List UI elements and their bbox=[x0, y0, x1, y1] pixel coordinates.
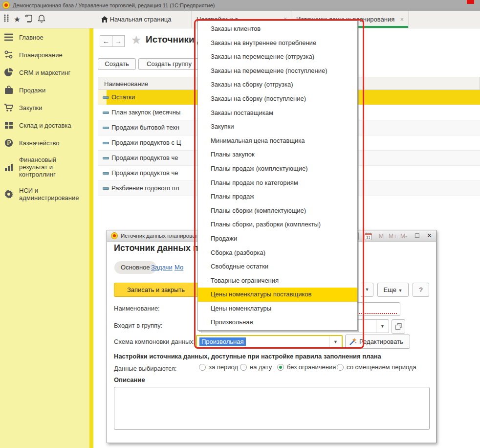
menu-icon bbox=[4, 33, 14, 42]
memory-button[interactable]: M bbox=[379, 232, 384, 240]
dropdown-item-highlighted[interactable]: Цены номенклатуры поставщиков bbox=[198, 288, 357, 302]
magic-wand-icon bbox=[349, 338, 357, 346]
name-label: Наименование: bbox=[114, 305, 160, 312]
dropdown-item[interactable]: Заказы на перемещение (поступление) bbox=[198, 64, 357, 78]
favorite-star-icon[interactable]: ★ bbox=[131, 33, 142, 47]
window-titlebar: Демонстрационная база / Управление торго… bbox=[0, 0, 480, 11]
more-button[interactable]: Еще ▼ bbox=[377, 283, 409, 297]
chevron-down-icon: ▼ bbox=[398, 288, 403, 293]
dialog-tab-more[interactable]: Мо bbox=[175, 264, 183, 271]
split-arrow-button[interactable]: ▼ bbox=[361, 283, 373, 297]
gear-icon bbox=[4, 189, 14, 199]
pie-chart-icon bbox=[4, 68, 14, 77]
sidebar-item-crm[interactable]: CRM и маркетинг bbox=[0, 64, 89, 81]
bell-icon[interactable] bbox=[36, 14, 47, 25]
edit-button[interactable]: Редактировать bbox=[345, 335, 410, 349]
description-textarea[interactable] bbox=[114, 387, 430, 430]
calendar-icon[interactable]: 31 bbox=[365, 232, 372, 242]
radio-period-shift[interactable]: со смещением периода bbox=[337, 363, 416, 371]
radio-date[interactable]: на дату bbox=[240, 363, 272, 371]
dropdown-item[interactable]: Товарные ограничения bbox=[198, 274, 357, 288]
sidebar-item-finance[interactable]: Финансовый результат и контроллинг bbox=[0, 152, 89, 182]
dropdown-item[interactable]: Минимальная цена поставщика bbox=[198, 134, 357, 148]
dash-icon bbox=[103, 142, 109, 144]
data-select-label: Данные выбираются: bbox=[114, 365, 176, 372]
tiles-icon[interactable] bbox=[1, 14, 12, 25]
dropdown-item[interactable]: Планы продаж bbox=[198, 190, 357, 204]
sidebar-item-sales[interactable]: Продажи bbox=[0, 81, 89, 99]
memory-minus-button[interactable]: M- bbox=[400, 232, 407, 240]
forward-button[interactable]: → bbox=[112, 35, 125, 47]
app-logo-icon bbox=[111, 232, 118, 239]
sidebar-item-nsi[interactable]: НСИ и администрирование bbox=[0, 182, 89, 206]
group-label: Входит в группу: bbox=[114, 322, 162, 329]
dash-icon bbox=[103, 112, 109, 114]
sidebar-item-planning[interactable]: Планирование bbox=[0, 46, 89, 64]
schema-value: Произвольная bbox=[199, 337, 246, 346]
dropdown-item[interactable]: Сборка (разборка) bbox=[198, 246, 357, 260]
open-group-button[interactable] bbox=[392, 319, 405, 334]
settings-heading: Настройки источника данных, доступные пр… bbox=[114, 353, 381, 360]
sidebar-item-main[interactable]: Главное bbox=[0, 28, 89, 46]
dash-icon bbox=[103, 96, 109, 99]
cart-icon bbox=[4, 103, 14, 112]
dropdown-item[interactable]: Планы сборки (комплектующие) bbox=[198, 204, 357, 218]
radio-icon bbox=[337, 364, 344, 371]
radio-period[interactable]: за период bbox=[199, 363, 238, 371]
dropdown-item[interactable]: Закупки bbox=[198, 120, 357, 134]
dropdown-item[interactable]: Свободные остатки bbox=[198, 260, 357, 274]
svg-text:31: 31 bbox=[367, 236, 371, 239]
save-close-button[interactable]: Записать и закрыть bbox=[114, 283, 198, 297]
dash-icon bbox=[103, 172, 109, 175]
application-window: Демонстрационная база / Управление торго… bbox=[0, 0, 480, 448]
dropdown-item[interactable]: Заказы на сборку (поступление) bbox=[198, 92, 357, 106]
dropdown-item[interactable]: Произвольная bbox=[198, 315, 357, 330]
radio-no-limit[interactable]: без ограничения bbox=[277, 363, 336, 371]
sidebar-splitter[interactable] bbox=[89, 28, 93, 448]
home-icon bbox=[101, 16, 108, 22]
dropdown-item[interactable]: Заказы на сборку (отгрузка) bbox=[198, 78, 357, 92]
dropdown-item[interactable]: Заказы на внутреннее потребление bbox=[198, 36, 357, 50]
open-icon bbox=[395, 323, 402, 330]
dropdown-item[interactable]: Заказы поставщикам bbox=[198, 106, 357, 120]
dropdown-item[interactable]: Планы продаж по категориям bbox=[198, 176, 357, 190]
dropdown-item[interactable]: Планы продаж (комплектующие) bbox=[198, 162, 357, 176]
close-icon[interactable]: × bbox=[400, 16, 404, 23]
dialog-tab-tasks[interactable]: Задачи bbox=[151, 264, 173, 271]
dropdown-item[interactable]: Цены номенклатуры bbox=[198, 302, 357, 316]
ruble-icon bbox=[4, 138, 14, 147]
dialog-tab-main[interactable]: Основное bbox=[114, 261, 156, 274]
app-logo-icon bbox=[2, 1, 10, 9]
history-icon[interactable] bbox=[23, 14, 34, 25]
dropdown-item[interactable]: Заказы клиентов bbox=[198, 22, 357, 36]
create-button[interactable]: Создать bbox=[98, 58, 136, 70]
description-label: Описание bbox=[114, 376, 145, 383]
tab-home[interactable]: Начальная страница bbox=[96, 11, 192, 28]
star-icon[interactable]: ★ bbox=[12, 14, 22, 25]
back-button[interactable]: ← bbox=[100, 35, 112, 47]
sidebar-item-warehouse[interactable]: Склад и доставка bbox=[0, 116, 89, 134]
help-button[interactable]: ? bbox=[413, 283, 429, 297]
radio-icon bbox=[240, 364, 247, 371]
close-icon[interactable]: ✕ bbox=[427, 232, 432, 240]
schema-dropdown-list: Заказы клиентов Заказы на внутреннее пот… bbox=[197, 21, 358, 331]
radio-icon bbox=[199, 364, 206, 371]
radio-selected-icon bbox=[277, 364, 284, 371]
schema-combo[interactable]: Произвольная ▼ bbox=[196, 335, 343, 349]
chevron-down-icon[interactable]: ▼ bbox=[329, 336, 342, 348]
create-group-button[interactable]: Создать группу bbox=[138, 58, 200, 70]
sidebar-item-purchases[interactable]: Закупки bbox=[0, 99, 89, 116]
memory-plus-button[interactable]: M+ bbox=[389, 232, 397, 240]
maximize-icon[interactable]: □ bbox=[415, 231, 419, 239]
sidebar-item-treasury[interactable]: Казначейство bbox=[0, 134, 89, 152]
dropdown-item[interactable]: Планы закупок bbox=[198, 148, 357, 162]
dropdown-item[interactable]: Планы сборки, разборки (комплекты) bbox=[198, 218, 357, 232]
dash-icon bbox=[103, 157, 109, 159]
bag-icon bbox=[4, 86, 14, 94]
planning-icon bbox=[4, 50, 14, 59]
dialog-title: Источник данных планирования bbox=[121, 230, 205, 242]
dropdown-item[interactable]: Заказы на перемещение (отгрузка) bbox=[198, 50, 357, 64]
window-close-button[interactable] bbox=[467, 0, 474, 4]
dropdown-item[interactable]: Продажи bbox=[198, 232, 357, 246]
chevron-down-icon[interactable]: ▼ bbox=[376, 320, 389, 333]
